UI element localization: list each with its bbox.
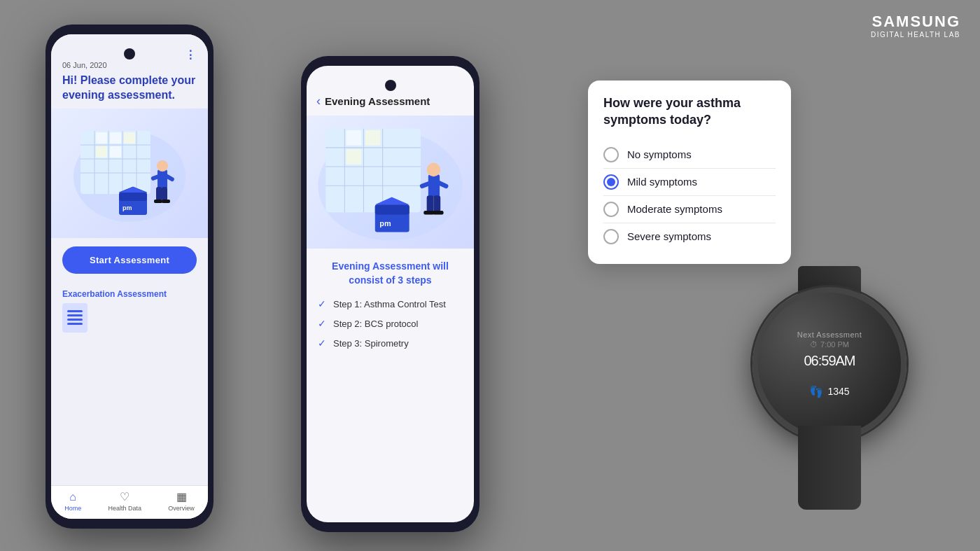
svg-rect-35 — [346, 149, 361, 165]
radio-label-1: No symptoms — [627, 148, 692, 160]
check-icon-2: ✓ — [318, 318, 326, 329]
watch-next-label: Next Assessment — [797, 330, 862, 339]
svg-rect-33 — [346, 130, 361, 146]
step-2: ✓ Step 2: BCS protocol — [318, 318, 463, 329]
asthma-question: How were your asthma symptoms today? — [603, 95, 776, 129]
nav-health-label: Health Data — [108, 505, 141, 512]
svg-rect-44 — [433, 196, 440, 213]
svg-rect-39 — [428, 174, 440, 197]
watch-steps: 👣 1345 — [809, 385, 849, 398]
phone1-illustration: pm — [51, 109, 208, 238]
radio-outer-2 — [603, 174, 619, 190]
radio-moderate-symptoms[interactable]: Moderate symptoms — [603, 196, 776, 223]
brand-sub: DIGITAL HEALTH LAB — [871, 31, 960, 39]
phone1-screen: ⋮ 06 Jun, 2020 Hi! Please complete your … — [51, 34, 208, 519]
nav-health-data[interactable]: ♡ Health Data — [108, 490, 141, 512]
phone2-content: Evening Assessment will consist of 3 ste… — [307, 249, 474, 368]
radio-label-2: Mild symptoms — [627, 176, 697, 188]
nav-overview-label: Overview — [168, 505, 195, 512]
step-3-text: Step 3: Spirometry — [333, 338, 409, 349]
watch-band-bottom — [798, 426, 861, 510]
phone1-menu-dots[interactable]: ⋮ — [185, 48, 197, 62]
phone2-screen: ‹ Evening Assessment pm — [307, 66, 474, 522]
watch-scheduled-value: 7:00 PM — [820, 340, 849, 349]
svg-rect-13 — [110, 146, 121, 158]
nav-overview[interactable]: ▦ Overview — [168, 490, 195, 512]
phone1-camera — [124, 48, 135, 60]
watch-ampm: AM — [836, 353, 855, 368]
svg-rect-10 — [110, 132, 121, 144]
exacerbation-link[interactable]: Exacerbation Assessment — [62, 289, 197, 299]
phone1-nav: ⌂ Home ♡ Health Data ▦ Overview — [51, 485, 208, 519]
svg-rect-11 — [124, 132, 135, 144]
steps-count: 1345 — [827, 386, 849, 397]
svg-rect-17 — [158, 169, 167, 189]
samsung-logo: SAMSUNG DIGITAL HEALTH LAB — [871, 13, 960, 39]
asthma-card: How were your asthma symptoms today? No … — [588, 81, 791, 264]
svg-point-40 — [427, 163, 441, 177]
exacerbation-icon — [62, 303, 88, 333]
radio-mild-symptoms[interactable]: Mild symptoms — [603, 169, 776, 196]
watch-face: Next Assessment ⏱ 7:00 PM 06:59AM 👣 1345 — [752, 287, 906, 441]
phone2-camera — [385, 80, 396, 91]
watch-time-value: 06:59 — [804, 353, 835, 368]
svg-rect-37 — [375, 205, 410, 215]
svg-rect-43 — [427, 196, 434, 213]
svg-rect-12 — [96, 146, 107, 158]
phone2: ‹ Evening Assessment pm — [301, 56, 479, 532]
steps-icon: 👣 — [809, 385, 823, 398]
nav-home[interactable]: ⌂ Home — [64, 491, 81, 512]
radio-label-3: Moderate symptoms — [627, 203, 722, 215]
home-icon: ⌂ — [69, 491, 76, 503]
check-icon-3: ✓ — [318, 337, 326, 349]
overview-icon: ▦ — [176, 490, 187, 503]
svg-rect-46 — [433, 211, 443, 214]
watch-container: Next Assessment ⏱ 7:00 PM 06:59AM 👣 1345 — [718, 266, 941, 525]
nav-home-label: Home — [64, 505, 81, 512]
step-2-text: Step 2: BCS protocol — [333, 319, 418, 329]
clock-icon: ⏱ — [810, 340, 818, 349]
svg-rect-9 — [96, 132, 107, 144]
radio-label-4: Severe symptoms — [627, 230, 711, 242]
step-1-text: Step 1: Asthma Control Test — [333, 299, 446, 309]
phone2-title: Evening Assessment — [325, 95, 430, 107]
svg-text:pm: pm — [122, 204, 132, 211]
phone1-date: 06 Jun, 2020 — [62, 61, 197, 69]
svg-rect-22 — [162, 187, 167, 201]
step-3: ✓ Step 3: Spirometry — [318, 337, 463, 349]
svg-rect-21 — [156, 187, 162, 201]
steps-intro: Evening Assessment will consist of 3 ste… — [318, 260, 463, 287]
watch-scheduled-time: ⏱ 7:00 PM — [810, 340, 849, 349]
phone2-illustration: pm — [307, 116, 474, 249]
brand-name: SAMSUNG — [871, 13, 960, 31]
svg-rect-23 — [154, 200, 162, 203]
phone1-greeting: Hi! Please complete your evening assessm… — [62, 74, 197, 103]
svg-rect-45 — [424, 211, 434, 214]
phone1: ⋮ 06 Jun, 2020 Hi! Please complete your … — [46, 25, 214, 529]
svg-text:pm: pm — [379, 219, 391, 228]
phone1-btn-area: Start Assessment — [51, 238, 208, 282]
svg-rect-34 — [365, 130, 381, 146]
phone1-exacerbation: Exacerbation Assessment — [51, 282, 208, 485]
svg-rect-15 — [119, 193, 147, 201]
svg-point-18 — [157, 160, 168, 172]
radio-inner-2 — [607, 178, 615, 186]
radio-outer-3 — [603, 202, 619, 217]
watch-current-time: 06:59AM — [804, 351, 855, 381]
back-button[interactable]: ‹ — [316, 94, 321, 109]
radio-no-symptoms[interactable]: No symptoms — [603, 141, 776, 169]
radio-outer-1 — [603, 147, 619, 162]
radio-outer-4 — [603, 229, 619, 244]
health-icon: ♡ — [120, 490, 130, 503]
svg-rect-24 — [162, 200, 170, 203]
radio-severe-symptoms[interactable]: Severe symptoms — [603, 223, 776, 250]
phone1-header: ⋮ 06 Jun, 2020 Hi! Please complete your … — [51, 34, 208, 109]
step-1: ✓ Step 1: Asthma Control Test — [318, 298, 463, 309]
start-assessment-button[interactable]: Start Assessment — [62, 246, 197, 274]
check-icon-1: ✓ — [318, 298, 326, 309]
